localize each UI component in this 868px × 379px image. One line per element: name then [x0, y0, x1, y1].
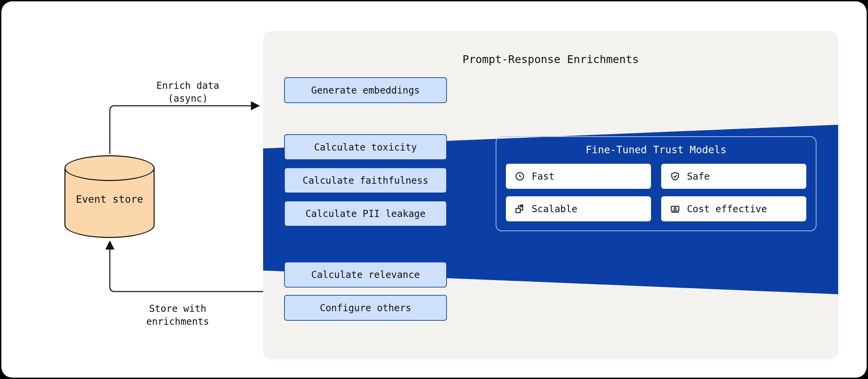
enrichment-relevance: Calculate relevance	[284, 262, 447, 287]
trust-models-box: Fine-Tuned Trust Models Fast Safe Scalab…	[496, 136, 816, 231]
event-store-label: Event store	[64, 193, 155, 205]
card: Event store Enrich data (async) Store wi…	[1, 1, 867, 378]
trust-item-scalable: Scalable	[505, 196, 652, 222]
clock-icon	[515, 171, 525, 181]
enrichment-embeddings: Generate embeddings	[284, 77, 447, 103]
trust-item-label: Fast	[532, 171, 554, 182]
enrichment-faithfulness: Calculate faithfulness	[284, 167, 447, 193]
enrichment-pii-leakage: Calculate PII leakage	[284, 201, 447, 226]
trust-item-safe: Safe	[660, 163, 807, 190]
arrow-label-store: Store with enrichments	[134, 302, 222, 328]
enrichments-panel: Prompt-Response Enrichments Generate emb…	[263, 31, 838, 359]
panel-title: Prompt-Response Enrichments	[263, 53, 838, 66]
scale-icon	[515, 204, 525, 214]
diagram-canvas: Event store Enrich data (async) Store wi…	[0, 0, 868, 379]
svg-rect-2	[671, 206, 679, 211]
cost-icon	[670, 204, 680, 214]
enrichment-configure: Configure others	[284, 295, 447, 321]
enrichment-toxicity: Calculate toxicity	[284, 134, 447, 160]
trust-models-title: Fine-Tuned Trust Models	[505, 144, 807, 156]
event-store-cylinder: Event store	[64, 155, 155, 238]
shield-icon	[670, 171, 680, 181]
trust-item-label: Scalable	[532, 203, 577, 215]
svg-point-3	[674, 207, 676, 210]
trust-item-label: Safe	[687, 171, 710, 182]
trust-item-cost: Cost effective	[660, 196, 807, 222]
trust-item-label: Cost effective	[687, 203, 767, 215]
trust-item-fast: Fast	[505, 163, 652, 190]
svg-rect-1	[516, 208, 520, 213]
arrow-label-enrich: Enrich data (async)	[144, 79, 232, 105]
